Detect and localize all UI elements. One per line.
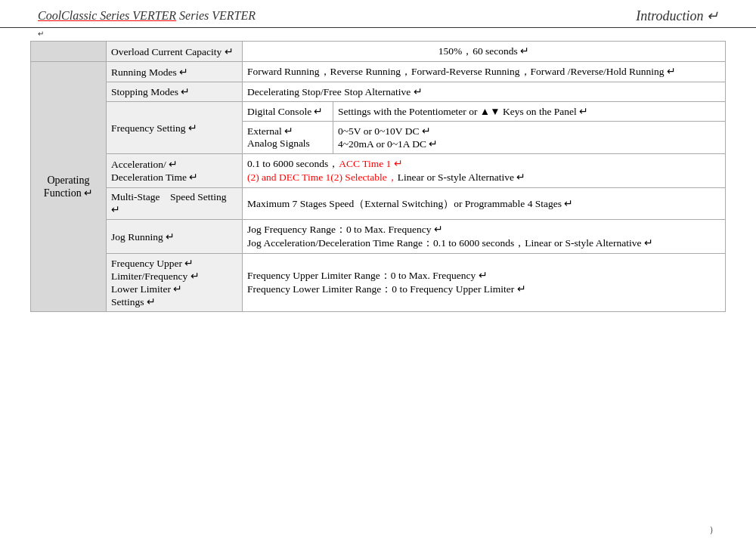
cell-overload-value: 150%，60 seconds ↵ — [243, 42, 726, 62]
cell-jog-value: Jog Frequency Range：0 to Max. Frequency … — [243, 220, 726, 254]
main-table: Overload Current Capacity ↵ 150%，60 seco… — [30, 41, 726, 312]
cell-digital-console-label: Digital Console ↵ — [243, 102, 333, 122]
cell-multistage-label: Multi-Stage Speed Setting ↵ — [107, 188, 243, 220]
table-row: Frequency Setting ↵ Digital Console ↵ Se… — [31, 102, 726, 122]
cell-accel-value: 0.1 to 6000 seconds，ACC Time 1 ↵ (2) and… — [243, 154, 726, 188]
arrow-keys: ▲▼ — [480, 106, 500, 117]
page-container: CoolClassic Series VERTER Series VERTER … — [0, 0, 756, 547]
cell-stopping-modes-label: Stopping Modes ↵ — [107, 82, 243, 102]
cell-stopping-modes-value: Decelerating Stop/Free Stop Alternative … — [243, 82, 726, 102]
brand-name: CoolClassic Series VERTER — [38, 9, 176, 22]
cell-operating-function: OperatingFunction ↵ — [31, 62, 107, 312]
cell-running-modes-label: Running Modes ↵ — [107, 62, 243, 82]
cell-accel-label: Acceleration/ ↵Deceleration Time ↵ — [107, 154, 243, 188]
header-right: Introduction ↵ — [636, 8, 718, 24]
small-mark: ↵ — [0, 28, 756, 38]
table-row: Frequency Upper ↵Limiter/Frequency ↵Lowe… — [31, 254, 726, 312]
table-row: OperatingFunction ↵ Running Modes ↵ Forw… — [31, 62, 726, 82]
cell-running-modes-value: Forward Running，Reverse Running，Forward-… — [243, 62, 726, 82]
table-row: Stopping Modes ↵ Decelerating Stop/Free … — [31, 82, 726, 102]
cell-empty — [31, 42, 107, 62]
cell-external-analog-label: External ↵Analog Signals — [243, 122, 333, 154]
table-wrapper: Overload Current Capacity ↵ 150%，60 seco… — [0, 38, 756, 315]
table-row: Overload Current Capacity ↵ 150%，60 seco… — [31, 42, 726, 62]
acc-time-red: ACC Time 1 ↵ — [339, 158, 402, 169]
header-left: CoolClassic Series VERTER Series VERTER — [38, 9, 256, 23]
dec-time-red: (2) and DEC Time 1(2) Selectable， — [247, 172, 398, 183]
cell-freq-limiter-label: Frequency Upper ↵Limiter/Frequency ↵Lowe… — [107, 254, 243, 312]
cell-external-analog-value: 0~5V or 0~10V DC ↵4~20mA or 0~1A DC ↵ — [333, 122, 726, 154]
cell-multistage-value: Maximum 7 Stages Speed（External Switchin… — [243, 188, 726, 220]
footer-mark: ） — [709, 524, 718, 536]
page-header: CoolClassic Series VERTER Series VERTER … — [0, 0, 756, 28]
table-row: Acceleration/ ↵Deceleration Time ↵ 0.1 t… — [31, 154, 726, 188]
cell-jog-label: Jog Running ↵ — [107, 220, 243, 254]
cell-frequency-setting-label: Frequency Setting ↵ — [107, 102, 243, 154]
table-row: Jog Running ↵ Jog Frequency Range：0 to M… — [31, 220, 726, 254]
cell-overload-label: Overload Current Capacity ↵ — [107, 42, 243, 62]
header-left-rest: Series VERTER — [179, 9, 256, 22]
cell-freq-limiter-value: Frequency Upper Limiter Range：0 to Max. … — [243, 254, 726, 312]
table-row: Multi-Stage Speed Setting ↵ Maximum 7 St… — [31, 188, 726, 220]
cell-digital-console-value: Settings with the Potentiometer or ▲▼ Ke… — [333, 102, 726, 122]
